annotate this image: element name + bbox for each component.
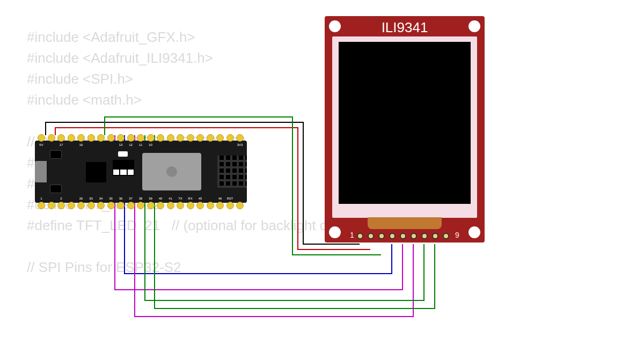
voltage-regulator (113, 160, 134, 176)
display-pin (357, 233, 363, 239)
header-pin (137, 134, 144, 142)
header-pin (216, 202, 224, 209)
pin-label: 36 (117, 197, 125, 200)
pin-label: 35 (107, 197, 115, 200)
pin-label: 41 (167, 197, 174, 200)
header-pin (157, 202, 164, 209)
pin-label (68, 197, 75, 200)
display-pin (400, 233, 406, 239)
esp32-bottom-pins (38, 202, 244, 209)
header-pin (38, 202, 45, 209)
header-pin (127, 134, 135, 142)
esp32-bot-labels: 1226333435363738394041TXRX4546RST (38, 197, 244, 200)
esp32-top-pins (38, 134, 244, 142)
header-pin (77, 134, 85, 142)
header-pin (236, 134, 244, 142)
display-pin (389, 233, 396, 239)
pin-label: 46 (216, 197, 224, 200)
pin-label: 3V3 (236, 143, 244, 146)
header-pin (147, 202, 155, 209)
header-pin (57, 134, 65, 142)
pin-label: 33 (87, 197, 95, 200)
pin-label (187, 143, 194, 146)
reset-button (50, 185, 62, 193)
pin-label: 13 (117, 143, 125, 146)
pin-label (107, 143, 115, 146)
pin-label: RX (187, 197, 194, 200)
display-pin (421, 233, 428, 239)
header-pin (127, 202, 135, 209)
pin-label: 40 (157, 197, 164, 200)
pin-1-label: 1 (350, 231, 354, 239)
header-pin (48, 202, 55, 209)
pin-label: 26 (77, 197, 85, 200)
pin-label: 45 (196, 197, 204, 200)
header-pin (196, 202, 204, 209)
pin-label (48, 143, 55, 146)
flex-ribbon (368, 217, 442, 229)
display-pin (368, 233, 374, 239)
esp32-board: 5V1716131211103V3 1226333435363738394041… (35, 134, 247, 209)
pin-label: 39 (147, 197, 155, 200)
header-pin (87, 134, 95, 142)
header-pin (157, 134, 164, 142)
header-pin (236, 202, 244, 209)
display-pin (378, 233, 385, 239)
header-pin (196, 134, 204, 142)
header-pin (226, 134, 234, 142)
header-pin (38, 134, 45, 142)
pcb-antenna (217, 156, 247, 188)
pin-label: 38 (137, 197, 144, 200)
header-pin (117, 202, 125, 209)
header-pin (57, 202, 65, 209)
esp32-pcb (35, 141, 247, 203)
pin-label (87, 143, 95, 146)
pin-label (97, 143, 105, 146)
header-pin (177, 202, 184, 209)
pin-label: 10 (147, 143, 155, 146)
header-pin (187, 134, 194, 142)
header-pin (48, 134, 55, 142)
header-pin (207, 202, 214, 209)
pin-label: 2 (57, 197, 65, 200)
mount-hole-icon (469, 226, 480, 238)
pin-label (226, 143, 234, 146)
header-pin (107, 134, 115, 142)
pin-label: 16 (77, 143, 85, 146)
espressif-logo-icon (166, 166, 177, 177)
usb-port (35, 161, 47, 182)
esp32-top-labels: 5V1716131211103V3 (38, 143, 244, 146)
rgb-led (118, 151, 128, 157)
header-pin (226, 202, 234, 209)
pin-9-label: 9 (455, 231, 459, 239)
pin-label (68, 143, 75, 146)
pin-label: 17 (57, 143, 65, 146)
pin-label: 37 (127, 197, 135, 200)
display-screen (339, 42, 471, 204)
header-pin (187, 202, 194, 209)
pin-label (216, 143, 224, 146)
pin-label (157, 143, 164, 146)
display-title: ILI9341 (325, 19, 485, 36)
pin-label: 5V (38, 143, 45, 146)
header-pin (167, 134, 174, 142)
boot-button (50, 150, 62, 159)
pin-label: 34 (97, 197, 105, 200)
ili9341-display: ILI9341 1 9 (325, 16, 485, 243)
pin-label (207, 143, 214, 146)
mount-hole-icon (329, 226, 341, 238)
header-pin (77, 202, 85, 209)
display-pin-header (357, 233, 449, 239)
display-pin (411, 233, 417, 239)
pin-label: TX (177, 197, 184, 200)
pin-label (167, 143, 174, 146)
header-pin (167, 202, 174, 209)
pin-label (207, 197, 214, 200)
header-pin (216, 134, 224, 142)
header-pin (147, 134, 155, 142)
display-pin (443, 233, 449, 239)
header-pin (207, 134, 214, 142)
rf-shield (142, 153, 201, 190)
pin-label: RST (226, 197, 234, 200)
pin-label: 1 (38, 197, 45, 200)
